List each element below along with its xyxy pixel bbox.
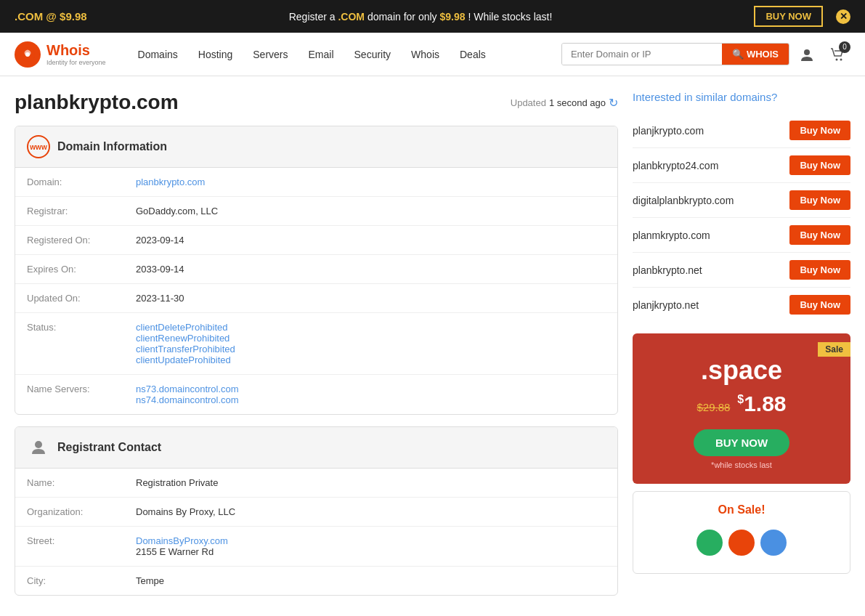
similar-domain-row-6: planjkrypto.net Buy Now (633, 288, 850, 322)
svg-point-3 (836, 58, 838, 60)
registered-on-value: 2023-09-14 (124, 226, 617, 255)
street-link[interactable]: DomainsByProxy.com (136, 535, 606, 546)
updated-on-label: Updated On: (15, 284, 124, 313)
logo-tagline: Identity for everyone (46, 59, 106, 66)
table-row: Domain: planbkrypto.com (15, 168, 617, 197)
buy-planjkrypto-com[interactable]: Buy Now (789, 121, 850, 140)
status-label: Status: (15, 313, 124, 375)
similar-domain-name-2: planbkrypto24.com (633, 160, 718, 171)
registrant-contact-card: Registrant Contact Name: Registration Pr… (15, 426, 618, 596)
on-sale-icon-2 (728, 530, 755, 556)
banner-close-button[interactable]: ✕ (836, 9, 850, 24)
logo[interactable]: Whois Identity for everyone (15, 41, 106, 68)
status-renew[interactable]: clientRenewProhibited (136, 333, 606, 344)
ns2[interactable]: ns74.domaincontrol.com (136, 394, 606, 405)
buy-planmkrypto-com[interactable]: Buy Now (789, 225, 850, 245)
org-value: Domains By Proxy, LLC (124, 498, 617, 527)
similar-domain-name-5: planbkrypto.net (633, 264, 702, 276)
nav-links: Domains Hosting Servers Email Security W… (128, 43, 561, 66)
buy-planbkrypto-net[interactable]: Buy Now (789, 260, 850, 280)
sale-tld: .space (647, 355, 836, 386)
similar-domain-row-2: planbkrypto24.com Buy Now (633, 148, 850, 183)
registrant-header: Registrant Contact (15, 427, 617, 469)
on-sale-card: On Sale! (633, 491, 850, 574)
sale-badge: Sale (818, 342, 850, 357)
banner-left-promo: .COM @ $9.98 (15, 10, 87, 23)
street-value: DomainsByProxy.com 2155 E Warner Rd (124, 527, 617, 567)
sale-new-price: $1.88 (737, 392, 786, 416)
domain-label: Domain: (15, 168, 124, 197)
nav-servers[interactable]: Servers (243, 43, 298, 66)
registered-on-label: Registered On: (15, 226, 124, 255)
city-label: City: (15, 567, 124, 596)
navbar: Whois Identity for everyone Domains Host… (0, 33, 865, 76)
domain-info-table: Domain: planbkrypto.com Registrar: GoDad… (15, 168, 617, 414)
similar-domains-title: Interested in similar domains? (633, 91, 850, 103)
sale-disclaimer: *while stocks last (647, 461, 836, 469)
table-row: Organization: Domains By Proxy, LLC (15, 498, 617, 527)
table-row: Registrar: GoDaddy.com, LLC (15, 197, 617, 226)
banner-buy-now-button[interactable]: BUY NOW (754, 6, 823, 27)
domain-info-title: Domain Information (57, 140, 167, 153)
svg-point-2 (804, 49, 810, 55)
org-label: Organization: (15, 498, 124, 527)
search-input[interactable] (562, 44, 722, 65)
on-sale-icons (645, 524, 838, 562)
nav-deals[interactable]: Deals (450, 43, 496, 66)
on-sale-title: On Sale! (645, 503, 838, 516)
person-icon (27, 436, 50, 459)
sale-card: Sale .space $29.88 $1.88 BUY NOW *while … (633, 333, 850, 484)
user-icon[interactable] (794, 41, 820, 68)
main-content: planbkrypto.com Updated 1 second ago ↻ w… (0, 76, 865, 616)
domain-link[interactable]: planbkrypto.com (136, 177, 205, 187)
table-row: Name: Registration Private (15, 469, 617, 498)
search-icon: 🔍 (732, 49, 744, 60)
domain-info-header: www Domain Information (15, 126, 617, 168)
buy-planbkrypto24-com[interactable]: Buy Now (789, 155, 850, 175)
banner-highlight2: $9.98 (439, 11, 465, 23)
nav-security[interactable]: Security (344, 43, 402, 66)
name-value: Registration Private (124, 469, 617, 498)
svg-point-1 (25, 52, 30, 57)
page-header: planbkrypto.com Updated 1 second ago ↻ (15, 91, 618, 114)
sale-buy-button[interactable]: BUY NOW (694, 429, 789, 456)
table-row: Street: DomainsByProxy.com 2155 E Warner… (15, 527, 617, 567)
cart-icon[interactable]: 0 (824, 41, 850, 68)
table-row: Status: clientDeleteProhibited clientRen… (15, 313, 617, 375)
nav-email[interactable]: Email (299, 43, 344, 66)
status-transfer[interactable]: clientTransferProhibited (136, 344, 606, 354)
banner-mid: domain for only (367, 11, 440, 23)
table-row: Expires On: 2033-09-14 (15, 255, 617, 284)
sale-price-area: $29.88 $1.88 (647, 392, 836, 416)
ns1[interactable]: ns73.domaincontrol.com (136, 384, 606, 394)
on-sale-icon-1 (697, 530, 723, 556)
nameservers-label: Name Servers: (15, 375, 124, 415)
banner-highlight1: .COM (338, 11, 365, 23)
updated-label: Updated (511, 97, 546, 108)
logo-icon (15, 41, 41, 68)
top-banner: .COM @ $9.98 Register a .COM domain for … (0, 0, 865, 33)
similar-domain-name-1: planjkrypto.com (633, 125, 704, 137)
name-label: Name: (15, 469, 124, 498)
nav-whois[interactable]: Whois (401, 43, 450, 66)
www-icon: www (27, 135, 50, 158)
search-button[interactable]: 🔍 WHOIS (722, 44, 789, 65)
nav-hosting[interactable]: Hosting (188, 43, 243, 66)
nav-domains[interactable]: Domains (128, 43, 188, 66)
registrant-table: Name: Registration Private Organization:… (15, 469, 617, 595)
svg-point-5 (35, 441, 42, 448)
updated-on-value: 2023-11-30 (124, 284, 617, 313)
buy-planjkrypto-net[interactable]: Buy Now (789, 295, 850, 315)
refresh-icon[interactable]: ↻ (609, 96, 618, 110)
expires-on-label: Expires On: (15, 255, 124, 284)
left-panel: planbkrypto.com Updated 1 second ago ↻ w… (15, 91, 618, 607)
status-update[interactable]: clientUpdateProhibited (136, 354, 606, 365)
status-delete[interactable]: clientDeleteProhibited (136, 322, 606, 333)
sale-currency: $ (737, 393, 744, 405)
status-values: clientDeleteProhibited clientRenewProhib… (124, 313, 617, 375)
buy-digitalplanbkrypto-com[interactable]: Buy Now (789, 190, 850, 210)
logo-text: Whois (46, 42, 90, 58)
banner-center-promo: Register a .COM domain for only $9.98 ! … (87, 11, 755, 23)
on-sale-icon-3 (760, 530, 787, 556)
search-box: 🔍 WHOIS (561, 43, 789, 65)
